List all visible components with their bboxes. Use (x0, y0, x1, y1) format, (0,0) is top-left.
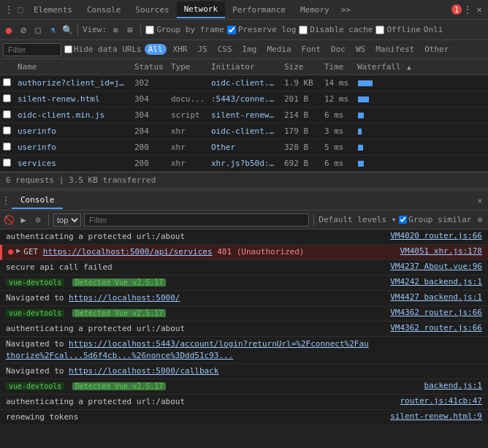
table-row[interactable]: userinfo 200 xhr Other 328 B 5 ms (0, 140, 488, 156)
vue-devtools-label: vue-devtools (6, 382, 64, 390)
devtools-menu-icon[interactable]: ⋮ (3, 4, 15, 15)
disable-cache-checkbox[interactable]: Disable cache (299, 25, 373, 34)
console-clear-icon[interactable]: 🚫 (3, 214, 15, 226)
tab-performance[interactable]: Performance (225, 2, 293, 18)
console-source[interactable]: silent-renew.html:9 (373, 411, 482, 421)
list-view-button[interactable]: ≡ (110, 24, 121, 36)
close-devtools-icon[interactable]: ✕ (473, 4, 485, 15)
hide-data-urls-checkbox[interactable]: Hide data URLs (64, 45, 142, 54)
waterfall-bar (358, 113, 364, 118)
tab-sources[interactable]: Sources (128, 2, 176, 18)
list-item[interactable]: renewing tokens silent-renew.html:9 (0, 410, 488, 425)
list-item[interactable]: authenticating a protected url:/about VM… (0, 229, 488, 245)
filter-type-media[interactable]: Media (263, 44, 294, 55)
filter-button[interactable]: ⚗ (47, 24, 58, 36)
filter-type-font[interactable]: Font (298, 44, 325, 55)
console-source[interactable]: router.js:41cb:47 (373, 396, 482, 406)
console-group-similar-checkbox[interactable]: Group similar (399, 215, 471, 224)
nav-link[interactable]: https://localhost:5000/callback (69, 366, 218, 376)
list-item[interactable]: Navigated to https://localhost:5443/acco… (0, 337, 488, 364)
col-waterfall[interactable]: Waterfall ▲ (354, 62, 485, 72)
record-button[interactable]: ● (3, 24, 15, 36)
filter-type-xhr[interactable]: XHR (169, 44, 191, 55)
tab-more-button[interactable]: >> (337, 2, 355, 18)
list-item[interactable]: authenticating a protected url:/about ro… (0, 395, 488, 410)
console-dots-icon[interactable]: ⋮ (0, 194, 12, 206)
console-source[interactable]: VM4051 xhr.js:178 (373, 246, 482, 256)
col-time[interactable]: Time (321, 62, 354, 72)
cell-waterfall (354, 140, 485, 156)
row-checkbox[interactable] (3, 94, 15, 105)
console-context-select[interactable]: top (53, 213, 81, 227)
col-type[interactable]: Type (168, 62, 208, 72)
network-toolbar: ● ⊘ □ ⚗ 🔍 View: ≡ ⊞ Group by frame Prese… (0, 20, 488, 40)
cell-size: 1.9 KB (281, 78, 321, 88)
nav-link[interactable]: https://localhost:5000/ (69, 293, 180, 303)
table-row[interactable]: oidc-client.min.js 304 script silent-ren… (0, 107, 488, 124)
list-item[interactable]: vue-devtools Detected Vue v2.5.17 VM4242… (0, 276, 488, 291)
table-row[interactable]: userinfo 204 xhr oidc-client.m... 179 B … (0, 124, 488, 140)
offline-checkbox[interactable]: Offline (375, 25, 420, 34)
filter-type-doc[interactable]: Doc (327, 44, 349, 55)
table-row[interactable]: services 200 xhr xhr.js?b50d:1... 692 B … (0, 156, 488, 172)
col-initiator[interactable]: Initiator (208, 62, 281, 72)
console-stop-icon[interactable]: ⊘ (32, 214, 44, 226)
stop-button[interactable]: ⊘ (18, 24, 29, 36)
console-source[interactable]: VM4237 About.vue:96 (373, 262, 482, 271)
preserve-log-checkbox[interactable]: Preserve log (227, 25, 296, 34)
list-item[interactable]: Navigated to https://localhost:5000/ VM4… (0, 291, 488, 306)
filter-type-ws[interactable]: WS (352, 44, 369, 55)
filter-type-js[interactable]: JS (194, 44, 210, 55)
console-source[interactable]: VM4362 router.js:66 (373, 323, 482, 333)
console-close-button[interactable]: ✕ (471, 193, 488, 208)
filter-type-other[interactable]: Other (421, 44, 452, 55)
col-size[interactable]: Size (281, 62, 321, 72)
filter-input[interactable] (3, 43, 61, 56)
console-tab[interactable]: Console (12, 192, 63, 209)
row-checkbox[interactable] (3, 126, 15, 137)
table-row[interactable]: silent-renew.html 304 docu... :5443/conn… (0, 91, 488, 107)
console-source[interactable]: VM4362 router.js:66 (373, 308, 482, 317)
cell-name: services (15, 159, 131, 168)
console-source[interactable]: VM4427 backend.js:1 (373, 292, 482, 302)
row-checkbox[interactable] (3, 159, 15, 169)
filter-type-css[interactable]: CSS (214, 44, 236, 55)
console-play-icon[interactable]: ▶ (18, 214, 29, 226)
list-item[interactable]: authenticating a protected url:/about VM… (0, 322, 488, 337)
list-item[interactable]: secure api call failed VM4237 About.vue:… (0, 260, 488, 276)
error-link[interactable]: https://localhost:5000/api/services (43, 247, 213, 257)
list-item[interactable]: Navigated to https://localhost:5000/call… (0, 364, 488, 379)
console-source[interactable]: VM4020 router.js:66 (373, 231, 482, 240)
col-status[interactable]: Status (131, 62, 168, 72)
filter-type-manifest[interactable]: Manifest (372, 44, 418, 55)
tree-view-button[interactable]: ⊞ (124, 24, 136, 36)
console-message: vue-devtools Detected Vue v2.5.17 (6, 308, 373, 319)
search-button[interactable]: 🔍 (61, 24, 73, 36)
tab-console[interactable]: Console (80, 2, 128, 18)
row-checkbox[interactable] (3, 78, 15, 88)
group-by-frame-checkbox[interactable]: Group by frame (145, 25, 224, 34)
tab-network[interactable]: Network (177, 1, 225, 18)
console-source[interactable]: backend.js:1 (373, 381, 482, 390)
more-options-icon[interactable]: ⋮ (462, 4, 473, 15)
col-name[interactable]: Name (15, 62, 131, 72)
cell-status: 302 (131, 78, 168, 88)
camera-button[interactable]: □ (32, 24, 44, 36)
console-settings-icon[interactable]: ⚙ (474, 213, 485, 226)
row-checkbox[interactable] (3, 143, 15, 153)
console-filter-input[interactable] (84, 213, 309, 227)
expand-arrow-icon[interactable]: ▶ (16, 246, 20, 254)
sort-arrow-icon: ▲ (407, 64, 411, 71)
filter-type-all[interactable]: All (145, 44, 167, 55)
tab-memory[interactable]: Memory (293, 2, 337, 18)
tab-elements[interactable]: Elements (26, 2, 80, 18)
filter-type-img[interactable]: Img (239, 44, 261, 55)
list-item[interactable]: vue-devtools Detected Vue v2.5.17 backen… (0, 379, 488, 395)
list-item[interactable]: ● ▶ GET https://localhost:5000/api/servi… (0, 245, 488, 260)
row-checkbox[interactable] (3, 110, 15, 121)
console-levels-button[interactable]: Default levels ▾ (319, 215, 396, 224)
console-source[interactable]: VM4242 backend.js:1 (373, 277, 482, 286)
inspect-icon[interactable]: ⬚ (15, 4, 26, 15)
table-row[interactable]: authorize?client_id=js&re... 302 oidc-cl… (0, 75, 488, 91)
list-item[interactable]: vue-devtools Detected Vue v2.5.17 VM4362… (0, 306, 488, 322)
